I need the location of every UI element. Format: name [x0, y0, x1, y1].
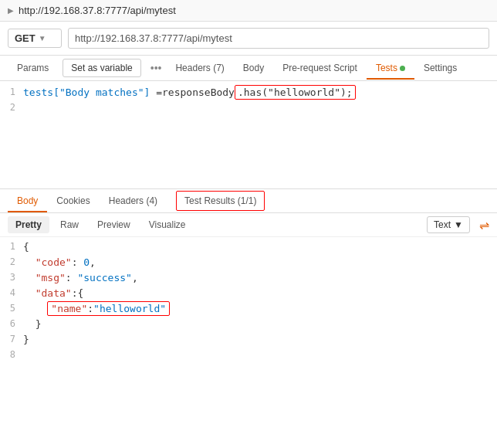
tests-dot: [400, 66, 405, 71]
set-as-variable-button[interactable]: Set as variable: [63, 59, 140, 77]
json-line-5: 5 "name":"helloworld": [0, 302, 497, 317]
json-linenum-2: 2: [0, 256, 23, 267]
ftab-pretty[interactable]: Pretty: [8, 216, 49, 233]
tab-pre-request[interactable]: Pre-request Script: [273, 56, 367, 80]
text-dropdown[interactable]: Text ▼: [427, 216, 470, 233]
json-inner-close: }: [23, 318, 497, 330]
json-linenum-4: 4: [0, 287, 23, 298]
json-key-code: "code": [36, 256, 72, 268]
title-bar: ▶ http://192.168.37.8:7777/api/mytest: [0, 0, 497, 22]
code-line-2: 2: [0, 101, 497, 117]
filter-icon[interactable]: ⇌: [479, 218, 489, 232]
text-dropdown-label: Text: [434, 219, 451, 230]
json-line-8: 8: [0, 348, 497, 364]
json-key-name: "name": [51, 303, 87, 314]
json-linenum-6: 6: [0, 318, 23, 329]
code-editor: 1 tests["Body matches"] =responseBody.ha…: [0, 81, 497, 189]
expand-arrow-icon: ▶: [8, 6, 14, 15]
json-data: "data":{: [23, 287, 497, 299]
url-input[interactable]: [68, 28, 489, 49]
code-equals: =responseBody: [156, 87, 235, 98]
rtab-test-results[interactable]: Test Results (1/1): [167, 189, 274, 212]
json-linenum-5: 5: [0, 303, 23, 314]
rtab-headers[interactable]: Headers (4): [100, 189, 167, 212]
method-label: GET: [15, 32, 36, 44]
line-number-2: 2: [0, 102, 23, 113]
more-options-icon[interactable]: •••: [146, 56, 167, 80]
code-tests-key: tests["Body matches"]: [23, 87, 150, 98]
json-empty-line: [23, 349, 497, 361]
response-tabs: Body Cookies Headers (4) Test Results (1…: [0, 189, 497, 213]
rtab-body[interactable]: Body: [8, 189, 47, 212]
json-line-2: 2 "code": 0,: [0, 256, 497, 271]
top-tabs: Params Set as variable ••• Headers (7) B…: [0, 56, 497, 81]
json-key-msg: "msg": [36, 272, 66, 283]
json-line-6: 6 }: [0, 317, 497, 333]
text-dropdown-arrow: ▼: [454, 219, 463, 230]
json-linenum-8: 8: [0, 349, 23, 360]
method-arrow-icon: ▼: [39, 34, 46, 42]
json-outer-close: }: [23, 334, 497, 345]
json-linenum-7: 7: [0, 334, 23, 344]
code-has-box: .has("helloworld");: [235, 85, 356, 100]
json-name: "name":"helloworld": [23, 303, 497, 314]
json-line-4: 4 "data":{: [0, 287, 497, 302]
json-val-name: "helloworld": [93, 303, 166, 314]
json-key-data: "data": [36, 287, 72, 299]
format-tabs: Pretty Raw Preview Visualize Text ▼ ⇌: [0, 213, 497, 237]
json-line-3: 3 "msg": "success",: [0, 271, 497, 287]
method-dropdown[interactable]: GET ▼: [8, 29, 62, 48]
tab-tests[interactable]: Tests: [367, 56, 414, 80]
ftab-raw[interactable]: Raw: [52, 216, 86, 233]
json-line-7: 7 }: [0, 333, 497, 348]
json-val-code: 0: [83, 256, 90, 268]
test-results-boxed: Test Results (1/1): [176, 191, 265, 211]
ftab-preview[interactable]: Preview: [90, 216, 138, 233]
json-line-1: 1 {: [0, 240, 497, 256]
tab-params[interactable]: Params: [8, 56, 58, 80]
title-url: http://192.168.37.8:7777/api/mytest: [19, 5, 176, 16]
code-line-1: 1 tests["Body matches"] =responseBody.ha…: [0, 86, 497, 101]
json-output: 1 { 2 "code": 0, 3 "msg": "success", 4 "…: [0, 237, 497, 367]
ftab-visualize[interactable]: Visualize: [141, 216, 194, 233]
line-number-1: 1: [0, 87, 23, 97]
tab-settings[interactable]: Settings: [414, 56, 466, 80]
code-content-2: [23, 102, 497, 114]
tab-headers[interactable]: Headers (7): [166, 56, 233, 80]
tab-body[interactable]: Body: [234, 56, 273, 80]
rtab-cookies[interactable]: Cookies: [47, 189, 99, 212]
json-code: "code": 0,: [23, 256, 497, 268]
request-bar: GET ▼: [0, 22, 497, 56]
json-linenum-1: 1: [0, 241, 23, 252]
json-msg: "msg": "success",: [23, 272, 497, 283]
json-linenum-3: 3: [0, 272, 23, 283]
json-brace-open: {: [23, 241, 497, 253]
json-val-msg: "success": [77, 272, 131, 283]
json-name-boxed: "name":"helloworld": [47, 301, 170, 316]
code-content-1[interactable]: tests["Body matches"] =responseBody.has(…: [23, 87, 497, 98]
